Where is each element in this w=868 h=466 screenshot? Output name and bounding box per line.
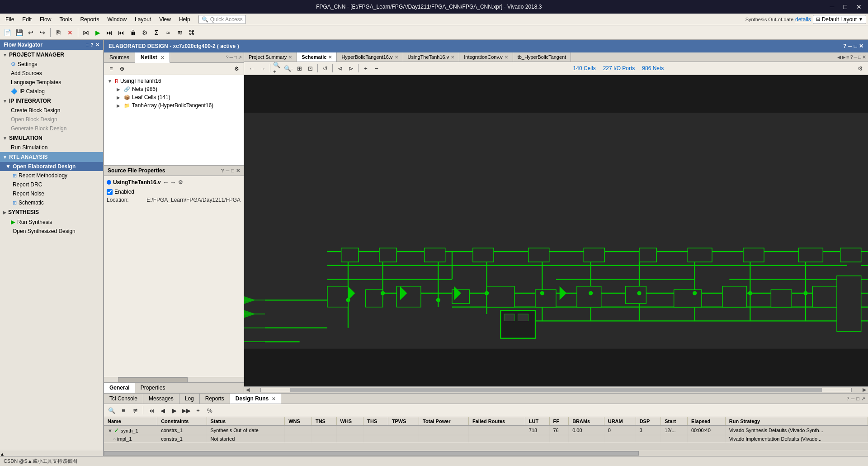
- nav-item-open-elaborated[interactable]: ▼ Open Elaborated Design: [0, 162, 103, 171]
- nav-item-run-simulation[interactable]: Run Simulation: [0, 143, 103, 152]
- dr-first-btn[interactable]: ⏮: [146, 405, 156, 415]
- tree-settings-btn[interactable]: ⚙: [232, 64, 241, 73]
- toolbar-new-button[interactable]: 📄: [2, 27, 13, 38]
- dr-fwd-btn[interactable]: ▶▶: [181, 405, 191, 415]
- toolbar-save-button[interactable]: 💾: [14, 27, 24, 38]
- prop-next-btn[interactable]: →: [170, 179, 176, 186]
- menu-tools[interactable]: Tools: [56, 15, 75, 24]
- dr-prev-btn[interactable]: ◀: [158, 405, 168, 415]
- nav-item-create-block[interactable]: Create Block Design: [0, 106, 103, 115]
- bottom-min-icon[interactable]: ─: [851, 396, 855, 401]
- sch-help-icon[interactable]: ?: [850, 54, 853, 60]
- sch-tab-schematic[interactable]: Schematic ✕: [297, 52, 337, 62]
- toolbar-step-button[interactable]: ⏭: [104, 27, 115, 38]
- toolbar-connect-button[interactable]: ⋈: [80, 27, 91, 38]
- sch-tab-hyper-close[interactable]: ✕: [395, 55, 398, 60]
- elab-max-icon[interactable]: □: [854, 43, 857, 49]
- tab-netlist-close[interactable]: ✕: [160, 55, 164, 60]
- table-row[interactable]: ▼ ✓ synth_1 constrs_1 Synthesis Out-of-d…: [104, 426, 868, 435]
- sources-min-icon[interactable]: ─: [230, 55, 233, 60]
- sources-expand-icon[interactable]: ↗: [238, 55, 242, 61]
- layout-dropdown[interactable]: ⊞ Default Layout ▼: [813, 15, 866, 24]
- menu-view[interactable]: View: [156, 15, 175, 24]
- nav-item-report-noise[interactable]: Report Noise: [0, 189, 103, 198]
- tab-netlist[interactable]: Netlist ✕: [135, 52, 170, 63]
- nav-item-run-synthesis[interactable]: ▶ Run Synthesis: [0, 217, 103, 227]
- menu-window[interactable]: Window: [104, 15, 130, 24]
- toolbar-copy-button[interactable]: ⎘: [53, 27, 64, 38]
- sch-back-btn[interactable]: ←: [247, 63, 257, 73]
- dr-search-btn[interactable]: 🔍: [107, 405, 117, 415]
- sch-tab-menu-icon[interactable]: ≡: [846, 54, 849, 60]
- flow-nav-help-icon[interactable]: ?: [90, 42, 94, 48]
- sch-zoom-plus-btn[interactable]: +: [361, 63, 371, 73]
- sch-scroll-right[interactable]: ▶: [863, 387, 866, 392]
- props-close-icon[interactable]: ✕: [236, 168, 240, 174]
- dr-add-btn[interactable]: +: [193, 405, 203, 415]
- toolbar-sim3-button[interactable]: ⌘: [186, 27, 197, 38]
- nav-section-header-synthesis[interactable]: ▶ SYNTHESIS: [0, 207, 103, 217]
- nav-section-header-simulation[interactable]: ▼ SIMULATION: [0, 133, 103, 143]
- menu-edit[interactable]: Edit: [19, 15, 35, 24]
- sch-max-icon[interactable]: □: [858, 54, 861, 60]
- dr-expand-btn[interactable]: ≡: [118, 405, 128, 415]
- tab-properties[interactable]: Properties: [135, 383, 171, 393]
- table-row[interactable]: ○ impl_1 constrs_1 Not started: [104, 435, 868, 443]
- tree-expand-all-btn[interactable]: ≡: [107, 64, 116, 73]
- dr-collapse-btn[interactable]: ≢: [130, 405, 140, 415]
- nav-item-add-sources[interactable]: Add Sources: [0, 69, 103, 78]
- dr-percent-btn[interactable]: %: [205, 405, 215, 415]
- bottom-tab-design-runs[interactable]: Design Runs ✕: [230, 394, 282, 404]
- sch-zoom-minus-btn[interactable]: −: [372, 63, 382, 73]
- nav-section-header-project-manager[interactable]: ▼ PROJECT MANAGER: [0, 50, 103, 60]
- sch-tab-using-close[interactable]: ✕: [451, 55, 454, 60]
- nav-item-report-methodology[interactable]: ⊞ Report Methodology: [0, 171, 103, 180]
- bottom-tab-dr-close[interactable]: ✕: [272, 396, 275, 401]
- nav-item-report-drc[interactable]: Report DRC: [0, 180, 103, 189]
- toolbar-stop-button[interactable]: ✕: [65, 27, 75, 38]
- sch-tab-integrationconv[interactable]: IntegrationConv.v ✕: [459, 52, 513, 62]
- sch-tab-ps-close[interactable]: ✕: [288, 55, 292, 60]
- enabled-checkbox-input[interactable]: [107, 189, 113, 195]
- sch-fit-btn[interactable]: ⊞: [294, 63, 304, 73]
- sch-next-page-btn[interactable]: ⊳: [346, 63, 356, 73]
- sch-settings-btn[interactable]: ⚙: [855, 63, 865, 73]
- bottom-tab-log[interactable]: Log: [179, 394, 200, 404]
- toolbar-sigma-button[interactable]: Σ: [151, 27, 162, 38]
- menu-flow[interactable]: Flow: [36, 15, 55, 24]
- props-max-icon[interactable]: □: [231, 168, 234, 173]
- sch-tab-sch-close[interactable]: ✕: [328, 55, 332, 60]
- bottom-tab-tcl[interactable]: Tcl Console: [104, 394, 143, 404]
- minimize-button[interactable]: ─: [827, 2, 837, 11]
- bottom-tab-reports[interactable]: Reports: [200, 394, 230, 404]
- toolbar-run-button[interactable]: ▶: [92, 27, 103, 38]
- sch-min-icon[interactable]: ─: [854, 54, 858, 60]
- tree-tanh-item[interactable]: ▶ 📁 TanhArray (HyperBolicTangent16): [115, 101, 242, 109]
- sch-prev-page-btn[interactable]: ⊲: [335, 63, 345, 73]
- tree-root-item[interactable]: ▼ R UsingTheTanh16: [106, 77, 242, 85]
- props-min-icon[interactable]: ─: [226, 168, 230, 173]
- toolbar-sim2-button[interactable]: ≋: [175, 27, 185, 38]
- toolbar-delete-button[interactable]: 🗑: [127, 27, 138, 38]
- bottom-max-icon[interactable]: □: [856, 396, 859, 401]
- dr-hscrollbar[interactable]: [104, 450, 868, 456]
- prop-settings-icon[interactable]: ⚙: [178, 179, 183, 185]
- tab-sources[interactable]: Sources: [104, 52, 135, 62]
- tree-nets-item[interactable]: ▶ 🔗 Nets (986): [115, 85, 242, 93]
- sch-tab-project-summary[interactable]: Project Summary ✕: [244, 52, 297, 62]
- quick-access-box[interactable]: 🔍 Quick Access: [198, 15, 246, 24]
- sources-help-icon[interactable]: ?: [226, 55, 228, 60]
- flow-nav-scroll-up[interactable]: ▲: [0, 452, 4, 455]
- nav-item-settings[interactable]: ⚙ Settings: [0, 60, 103, 69]
- toolbar-settings-button[interactable]: ⚙: [139, 27, 150, 38]
- nav-section-header-ip-integrator[interactable]: ▼ IP INTEGRATOR: [0, 96, 103, 106]
- sch-tab-back-icon[interactable]: ◀: [837, 54, 841, 60]
- elab-help-icon[interactable]: ?: [843, 43, 846, 49]
- tree-cells-item[interactable]: ▶ 📦 Leaf Cells (141): [115, 93, 242, 101]
- sch-tab-int-close[interactable]: ✕: [505, 55, 508, 60]
- toolbar-sim1-button[interactable]: ≈: [163, 27, 174, 38]
- titlebar-controls[interactable]: ─ □ ✕: [827, 2, 864, 11]
- menu-layout[interactable]: Layout: [131, 15, 155, 24]
- tab-general[interactable]: General: [104, 383, 135, 393]
- toolbar-redo-button[interactable]: ↪: [37, 27, 48, 38]
